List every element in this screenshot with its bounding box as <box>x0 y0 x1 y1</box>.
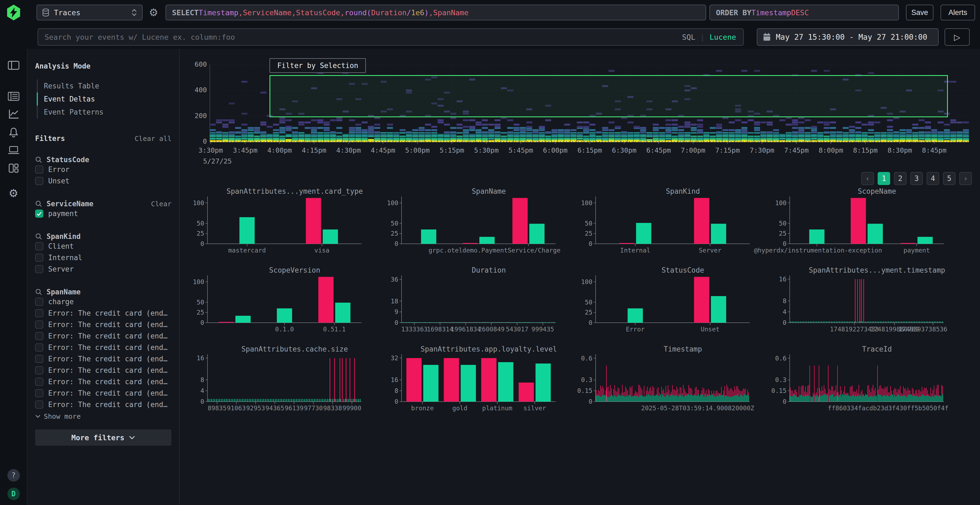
search-input[interactable] <box>38 33 682 41</box>
nav-settings-gear-icon[interactable]: ⚙ <box>7 187 20 200</box>
checkbox-checked[interactable] <box>35 210 43 218</box>
sql-mode-toggle[interactable]: SQL <box>682 33 695 41</box>
main-content: 02004006003:30pm3:45pm4:00pm4:15pm4:30pm… <box>180 49 980 505</box>
search-icon <box>35 156 42 163</box>
nav-search-icon[interactable] <box>7 90 20 103</box>
delta-chart-duration[interactable]: Duration09183613333631698314199618342600… <box>384 266 578 338</box>
filter-option[interactable]: Error <box>35 164 172 175</box>
page-next-button[interactable]: › <box>959 172 972 185</box>
delta-chart-status-code[interactable]: StatusCode02550100ErrorUnset <box>578 266 772 338</box>
delta-chart-cache-size[interactable]: SpanAttributes.cache.size048168983591063… <box>190 345 384 417</box>
lucene-mode-toggle[interactable]: Lucene <box>710 33 736 41</box>
page-button-4[interactable]: 4 <box>927 172 939 185</box>
save-button[interactable]: Save <box>906 5 934 21</box>
analysis-mode-event-deltas[interactable]: Event Deltas <box>37 92 172 106</box>
svg-text:0: 0 <box>200 398 204 405</box>
svg-text:0: 0 <box>783 240 786 247</box>
filter-option[interactable]: Client <box>35 241 172 252</box>
svg-text:0: 0 <box>200 240 204 247</box>
heatmap-x-tick: 7:45pm <box>784 146 809 154</box>
checkbox-unchecked[interactable] <box>35 366 43 375</box>
user-avatar[interactable]: D <box>7 488 20 500</box>
filter-option[interactable]: Error: The credit card (end… <box>35 376 172 387</box>
filter-option[interactable]: Error: The credit card (end… <box>35 330 172 342</box>
filter-option[interactable]: charge <box>35 296 172 308</box>
delta-chart-card-type[interactable]: SpanAttributes...yment.card_type02550100… <box>190 187 384 259</box>
svg-text:89835: 89835 <box>208 405 226 412</box>
filter-option[interactable]: Error: The credit card (end… <box>35 399 172 410</box>
source-select[interactable]: Traces <box>37 5 143 21</box>
sql-select-input[interactable]: SELECT Timestamp,ServiceName,StatusCode,… <box>165 5 706 21</box>
filter-option[interactable]: Error: The credit card (end… <box>35 365 172 376</box>
delta-chart-payment-timestamp[interactable]: SpanAttributes...yment.timestamp04816174… <box>772 266 966 338</box>
alerts-button[interactable]: Alerts <box>940 5 975 21</box>
nav-rail: ⚙ ? D <box>0 49 27 505</box>
filter-option[interactable]: Unset <box>35 175 172 187</box>
checkbox-unchecked[interactable] <box>35 378 43 386</box>
delta-chart-trace-id[interactable]: TraceId00.150.30.6ff860334facdb23d3f430f… <box>772 345 966 417</box>
delta-chart-loyalty-level[interactable]: SpanAttributes.app.loyalty.level081632br… <box>384 345 578 417</box>
filter-clear-link[interactable]: Clear <box>151 200 172 208</box>
delta-chart-timestamp[interactable]: Timestamp00.150.30.62025-05-28T03:59:14.… <box>578 345 772 417</box>
delta-chart-span-kind[interactable]: SpanKind02550100InternalServer <box>578 187 772 259</box>
date-range-picker[interactable]: May 27 15:30:00 - May 27 21:00:00 <box>757 28 939 46</box>
heatmap-selection-box[interactable] <box>269 75 948 118</box>
filter-option[interactable]: Error: The credit card (end… <box>35 319 172 330</box>
nav-sessions-laptop-icon[interactable] <box>7 144 20 157</box>
filter-option[interactable]: Server <box>35 264 172 275</box>
checkbox-unchecked[interactable] <box>35 254 43 262</box>
page-button-3[interactable]: 3 <box>910 172 923 185</box>
nav-chart-icon[interactable] <box>7 108 20 121</box>
page-button-5[interactable]: 5 <box>943 172 956 185</box>
nav-dashboards-icon[interactable] <box>7 162 20 175</box>
checkbox-unchecked[interactable] <box>35 321 43 329</box>
more-filters-button[interactable]: More filters <box>35 429 172 446</box>
delta-chart-span-name[interactable]: SpanName02550100grpc.oteldemo.PaymentSer… <box>384 187 578 259</box>
app-logo[interactable] <box>6 5 21 21</box>
source-settings-gear-icon[interactable]: ⚙ <box>147 6 160 19</box>
checkbox-unchecked[interactable] <box>35 265 43 273</box>
help-button[interactable]: ? <box>7 469 20 481</box>
chevron-down-icon <box>129 435 135 440</box>
checkbox-unchecked[interactable] <box>35 400 43 409</box>
filter-option[interactable]: Error: The credit card (end… <box>35 342 172 353</box>
search-input-wrap: SQL | Lucene <box>38 28 744 46</box>
checkbox-unchecked[interactable] <box>35 242 43 250</box>
svg-text:payment: payment <box>904 247 930 254</box>
checkbox-unchecked[interactable] <box>35 177 43 185</box>
sql-token: Duration <box>371 8 407 17</box>
delta-chart-scope-version[interactable]: ScopeVersion025501000.1.00.51.1 <box>190 266 384 338</box>
checkbox-unchecked[interactable] <box>35 332 43 340</box>
events-heatmap-chart[interactable]: 02004006003:30pm3:45pm4:00pm4:15pm4:30pm… <box>210 63 969 144</box>
filter-option[interactable]: Error: The credit card (end… <box>35 387 172 399</box>
sidebar-toggle-icon[interactable] <box>7 59 20 72</box>
analysis-mode-event-patterns[interactable]: Event Patterns <box>37 106 172 119</box>
svg-text:ff860334facdb23d3f430ff5b5050f: ff860334facdb23d3f430ff5b5050f4f <box>828 405 948 412</box>
page-button-1[interactable]: 1 <box>878 172 890 185</box>
svg-text:25: 25 <box>197 230 204 237</box>
filter-option[interactable]: Error: The credit card (end… <box>35 308 172 319</box>
filter-group-servicename: ServiceNameClearpayment <box>35 200 172 219</box>
sql-orderby-input[interactable]: ORDER BY Timestamp DESC <box>710 5 899 21</box>
svg-text:50: 50 <box>585 299 592 306</box>
nav-alerts-bell-icon[interactable] <box>7 126 20 139</box>
filter-option[interactable]: Error: The credit card (end… <box>35 353 172 365</box>
checkbox-unchecked[interactable] <box>35 389 43 397</box>
checkbox-unchecked[interactable] <box>35 355 43 363</box>
filter-option[interactable]: payment <box>35 208 172 219</box>
filter-by-selection-tooltip[interactable]: Filter by Selection <box>269 58 366 73</box>
sql-token: , <box>291 8 296 17</box>
show-more-link[interactable]: Show more <box>35 410 172 422</box>
delta-chart-scope-name[interactable]: ScopeName02550100@hyperdx/instrumentatio… <box>772 187 966 259</box>
clear-all-link[interactable]: Clear all <box>135 135 172 143</box>
checkbox-unchecked[interactable] <box>35 309 43 317</box>
heatmap-x-tick: 6:30pm <box>612 146 636 154</box>
page-button-2[interactable]: 2 <box>894 172 907 185</box>
analysis-mode-results-table[interactable]: Results Table <box>37 79 172 92</box>
page-prev-button[interactable]: ‹ <box>861 172 874 185</box>
run-query-button[interactable]: ▷ <box>945 28 970 46</box>
filter-option[interactable]: Internal <box>35 252 172 264</box>
checkbox-unchecked[interactable] <box>35 343 43 351</box>
checkbox-unchecked[interactable] <box>35 298 43 306</box>
checkbox-unchecked[interactable] <box>35 165 43 173</box>
